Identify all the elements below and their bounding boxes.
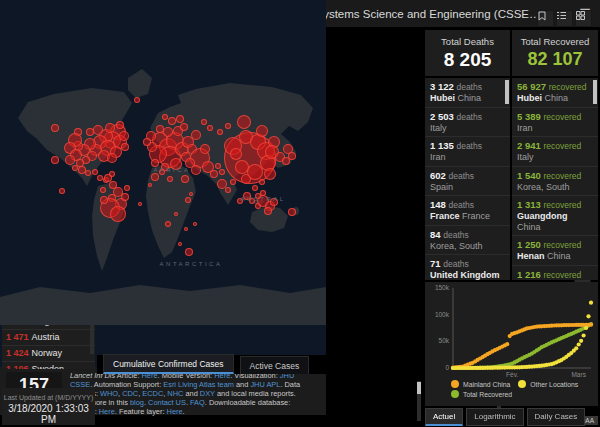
case-bubble[interactable] xyxy=(156,125,164,133)
recovered-row[interactable]: 1 540 recoveredKorea, South xyxy=(512,167,598,197)
recovered-row[interactable]: 1 250 recoveredHenan China xyxy=(512,236,598,266)
case-bubble[interactable] xyxy=(200,144,210,154)
case-bubble[interactable] xyxy=(116,121,124,129)
case-bubble[interactable] xyxy=(92,169,98,175)
case-bubble[interactable] xyxy=(163,127,173,137)
case-bubble[interactable] xyxy=(180,123,188,131)
case-bubble[interactable] xyxy=(148,183,152,187)
info-link[interactable]: DXY xyxy=(200,389,215,398)
case-bubble[interactable] xyxy=(72,165,78,171)
case-bubble[interactable] xyxy=(162,114,168,120)
deaths-list[interactable]: 3 122 deathsHubei China2 503 deathsItaly… xyxy=(425,78,510,280)
info-scroll-thumb[interactable] xyxy=(417,382,421,394)
case-bubble[interactable] xyxy=(138,202,142,206)
case-bubble[interactable] xyxy=(207,125,213,131)
case-bubble[interactable] xyxy=(176,115,184,123)
info-link[interactable]: WHO xyxy=(100,389,118,398)
case-bubble[interactable] xyxy=(151,159,159,167)
case-bubble[interactable] xyxy=(252,185,258,191)
case-bubble[interactable] xyxy=(237,115,251,129)
recovered-list[interactable]: 56 927 recoveredHubei China5 389 recover… xyxy=(512,78,598,280)
case-bubble[interactable] xyxy=(256,125,268,137)
legend-item[interactable]: Other Locations xyxy=(518,380,578,388)
info-link[interactable]: blog xyxy=(130,398,144,407)
info-link[interactable]: JHU APL xyxy=(250,380,280,389)
death-row[interactable]: 148 deathsFrance France xyxy=(425,196,510,226)
case-bubble[interactable] xyxy=(201,119,207,125)
case-bubble[interactable] xyxy=(264,168,276,180)
country-row[interactable]: 1 471Austria xyxy=(2,330,95,346)
tab-active-cases[interactable]: Active Cases xyxy=(240,356,310,374)
death-row[interactable]: 1 135 deathsIran xyxy=(425,137,510,167)
recovered-row[interactable]: 5 389 recoveredIran xyxy=(512,108,598,138)
info-link[interactable]: Here xyxy=(167,407,183,416)
case-bubble[interactable] xyxy=(59,188,65,194)
death-row[interactable]: 71 deathsUnited Kingdom United Kingdom xyxy=(425,255,510,280)
tab-cumulative-confirmed-cases[interactable]: Cumulative Confirmed Cases xyxy=(103,354,234,374)
case-bubble[interactable] xyxy=(215,163,221,169)
case-bubble[interactable] xyxy=(167,176,173,182)
case-bubble[interactable] xyxy=(143,138,151,146)
case-bubble[interactable] xyxy=(134,97,140,103)
info-link[interactable]: ECDC xyxy=(142,389,163,398)
tab-daily-cases[interactable]: Daily Cases xyxy=(527,408,586,426)
case-bubble[interactable] xyxy=(119,131,129,141)
info-link[interactable]: Contact US xyxy=(148,398,186,407)
case-bubble[interactable] xyxy=(100,196,108,204)
recovered-row[interactable]: 56 927 recoveredHubei China xyxy=(512,78,598,108)
recovered-scroll-thumb[interactable] xyxy=(593,80,597,104)
case-bubble[interactable] xyxy=(174,212,178,216)
case-bubble[interactable] xyxy=(65,155,75,165)
case-bubble[interactable] xyxy=(217,129,223,135)
case-bubble[interactable] xyxy=(124,185,130,191)
case-bubble[interactable] xyxy=(259,179,265,185)
case-bubble[interactable] xyxy=(288,208,296,216)
legend-item[interactable]: Mainland China xyxy=(451,380,510,388)
death-row[interactable]: 84 deathsKorea, South xyxy=(425,226,510,256)
info-link[interactable]: CDC xyxy=(122,389,138,398)
legend-item[interactable]: Total Recovered xyxy=(451,390,512,398)
case-bubble[interactable] xyxy=(241,174,251,184)
case-bubble[interactable] xyxy=(51,156,59,164)
case-bubble[interactable] xyxy=(86,128,94,136)
case-bubble[interactable] xyxy=(181,175,189,183)
death-row[interactable]: 2 503 deathsItaly xyxy=(425,108,510,138)
case-bubble[interactable] xyxy=(100,187,106,193)
info-link[interactable]: NHC xyxy=(167,389,183,398)
case-bubble[interactable] xyxy=(85,170,91,176)
case-bubble[interactable] xyxy=(185,197,191,203)
case-bubble[interactable] xyxy=(185,248,193,256)
case-bubble[interactable] xyxy=(288,152,296,160)
case-bubble[interactable] xyxy=(193,222,197,226)
case-bubble[interactable] xyxy=(105,123,115,133)
case-bubble[interactable] xyxy=(121,193,129,201)
case-bubble[interactable] xyxy=(225,123,231,129)
recovered-row[interactable]: 2 941 recoveredItaly xyxy=(512,137,598,167)
case-bubble[interactable] xyxy=(230,148,242,160)
country-row[interactable]: 1 424Norway xyxy=(2,346,95,362)
recovered-row[interactable]: 1 313 recoveredGuangdong China xyxy=(512,196,598,236)
case-bubble[interactable] xyxy=(168,117,176,125)
death-row[interactable]: 3 122 deathsHubei China xyxy=(425,78,510,108)
info-link[interactable]: Esri Living Atlas team xyxy=(163,380,234,389)
case-bubble[interactable] xyxy=(121,143,129,151)
case-bubble[interactable] xyxy=(191,130,201,140)
case-bubble[interactable] xyxy=(51,124,59,132)
case-bubble[interactable] xyxy=(151,173,159,181)
country-row[interactable]: 1 196Sweden xyxy=(2,362,95,369)
case-bubble[interactable] xyxy=(165,221,171,227)
tab-actuel[interactable]: Actuel xyxy=(425,408,463,426)
case-bubble[interactable] xyxy=(93,125,103,135)
case-bubble[interactable] xyxy=(210,170,218,178)
death-row[interactable]: 602 deathsSpain xyxy=(425,167,510,197)
case-bubble[interactable] xyxy=(178,242,182,246)
case-bubble[interactable] xyxy=(107,153,117,163)
world-map[interactable]: AFRICAAUSTRALANTARCTICA + − Esri, FAO, N… xyxy=(0,42,326,367)
case-bubble[interactable] xyxy=(235,160,249,174)
case-bubble[interactable] xyxy=(264,207,272,215)
info-link[interactable]: Here xyxy=(99,407,115,416)
case-bubble[interactable] xyxy=(110,206,126,222)
info-link[interactable]: FAQ xyxy=(190,398,205,407)
case-bubble[interactable] xyxy=(189,192,193,196)
case-bubble[interactable] xyxy=(184,227,188,231)
